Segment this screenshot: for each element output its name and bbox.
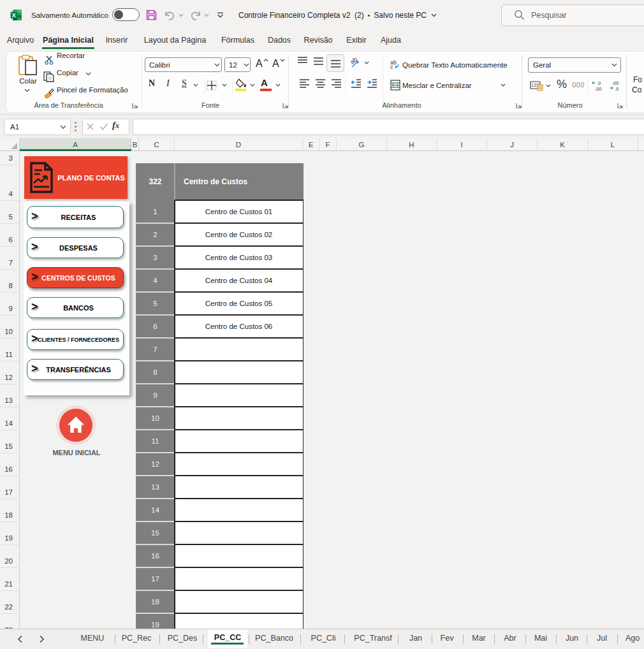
svg-text:.00: .00 [612,80,618,86]
svg-text:X: X [12,12,16,18]
svg-text:.0: .0 [615,86,618,91]
svg-text:.0: .0 [597,80,601,86]
svg-text:.00: .00 [595,86,601,91]
svg-text:c: c [390,64,393,69]
